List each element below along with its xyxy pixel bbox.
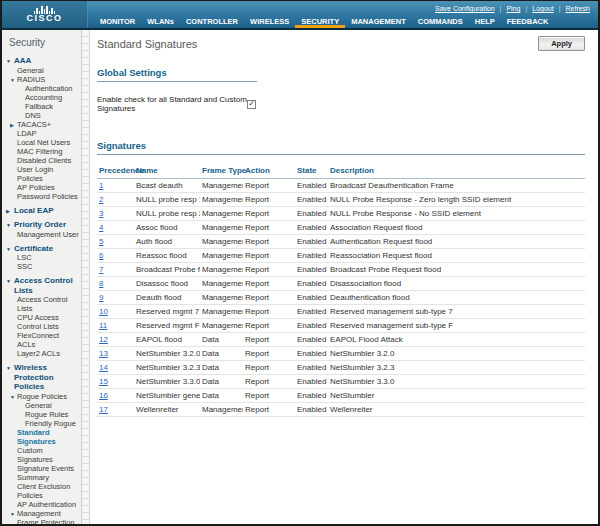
sidebar-item-ap-policies[interactable]: AP Policies (2, 183, 80, 192)
sidebar-item-lsc[interactable]: LSC (2, 253, 80, 262)
cell-frame-type: Management (200, 403, 243, 417)
cell-action: Report (243, 249, 295, 263)
sidebar-item-label: Management User (17, 230, 79, 239)
precedence-link[interactable]: 5 (99, 237, 103, 246)
utility-link-save-configuration[interactable]: Save Configuration (435, 5, 495, 12)
sidebar-item-management-user[interactable]: Management User (2, 230, 80, 239)
sidebar-item-rogue-rules[interactable]: Rogue Rules (2, 410, 80, 419)
enable-signature-checkbox[interactable]: ✓ (247, 100, 256, 109)
cell-frame-type: Data (200, 375, 243, 389)
sidebar-item-label: Signature Events (17, 464, 74, 473)
utility-link-refresh[interactable]: Refresh (565, 5, 590, 12)
precedence-link[interactable]: 17 (99, 405, 108, 414)
sidebar-item-authentication[interactable]: Authentication (2, 84, 80, 93)
cell-frame-type: Management (200, 319, 243, 333)
precedence-link[interactable]: 12 (99, 335, 108, 344)
sidebar-item-wireless-protection-policies[interactable]: ▼Wireless Protection Policies (2, 363, 80, 392)
utility-link-logout[interactable]: Logout (532, 5, 553, 12)
nav-monitor[interactable]: MONITOR (94, 14, 141, 28)
nav-feedback[interactable]: FEEDBACK (501, 14, 555, 28)
sidebar-item-label: General (17, 66, 44, 75)
signatures-table: PrecedenceNameFrame TypeActionStateDescr… (97, 164, 585, 417)
apply-button[interactable]: Apply (538, 36, 585, 51)
sidebar-item-management-frame-protection[interactable]: ▼Management Frame Protection (2, 509, 80, 525)
sidebar-item-layer2-acls[interactable]: Layer2 ACLs (2, 349, 80, 358)
sidebar-item-accounting[interactable]: Accounting (2, 93, 80, 102)
sidebar-item-custom-signatures[interactable]: Custom Signatures (2, 446, 80, 464)
cell-precedence: 12 (97, 333, 134, 347)
sidebar-item-signature-events[interactable]: Signature Events (2, 464, 80, 473)
sidebar-item-tacacs[interactable]: ▶TACACS+ (2, 120, 80, 129)
sidebar-item-general[interactable]: General (2, 401, 80, 410)
precedence-link[interactable]: 3 (99, 209, 103, 218)
sidebar-item-local-net-users[interactable]: Local Net Users (2, 138, 80, 147)
nav-management[interactable]: MANAGEMENT (345, 14, 412, 28)
nav-commands[interactable]: COMMANDS (412, 14, 469, 28)
nav-security[interactable]: SECURITY (295, 14, 345, 28)
sidebar-item-rogue-policies[interactable]: ▼Rogue Policies (2, 392, 80, 401)
body-row: Security ▼AAAGeneral▼RADIUSAuthenticatio… (2, 30, 598, 524)
nav-controller[interactable]: CONTROLLER (180, 14, 244, 28)
cell-precedence: 6 (97, 249, 134, 263)
sidebar-item-ssc[interactable]: SSC (2, 262, 80, 271)
sidebar-item-radius[interactable]: ▼RADIUS (2, 75, 80, 84)
sidebar-item-dns[interactable]: DNS (2, 111, 80, 120)
utility-link-ping[interactable]: Ping (506, 5, 520, 12)
top-header: CISCO Save Configuration|Ping|Logout|Ref… (2, 1, 598, 30)
nav-wlans[interactable]: WLANs (141, 14, 180, 28)
sidebar-item-password-policies[interactable]: Password Policies (2, 192, 80, 201)
cell-description: NetStumbler (328, 389, 585, 403)
sidebar-item-label: Fallback (25, 102, 53, 111)
sidebar-item-ap-authentication[interactable]: AP Authentication (2, 500, 80, 509)
sidebar-item-flexconnect-acls[interactable]: FlexConnect ACLs (2, 331, 80, 349)
sidebar-item-friendly-rogue[interactable]: Friendly Rogue (2, 419, 80, 428)
cell-name: NetStumbler 3.2.0 (134, 347, 200, 361)
precedence-link[interactable]: 10 (99, 307, 108, 316)
precedence-link[interactable]: 8 (99, 279, 103, 288)
precedence-link[interactable]: 14 (99, 363, 108, 372)
sidebar-item-client-exclusion-policies[interactable]: Client Exclusion Policies (2, 482, 80, 500)
precedence-link[interactable]: 13 (99, 349, 108, 358)
precedence-link[interactable]: 7 (99, 265, 103, 274)
nav-wireless[interactable]: WIRELESS (244, 14, 295, 28)
sidebar-item-priority-order[interactable]: ▼Priority Order (2, 220, 80, 230)
cisco-logo: CISCO (2, 1, 88, 28)
precedence-link[interactable]: 15 (99, 377, 108, 386)
precedence-link[interactable]: 2 (99, 195, 103, 204)
cell-frame-type: Management (200, 193, 243, 207)
cell-name: NetStumbler 3.3.0 (134, 375, 200, 389)
sidebar-item-mac-filtering[interactable]: MAC Filtering (2, 147, 80, 156)
sidebar-item-label: TACACS+ (17, 120, 51, 129)
sidebar-item-general[interactable]: General (2, 66, 80, 75)
sidebar-item-fallback[interactable]: Fallback (2, 102, 80, 111)
sidebar-item-standard-signatures[interactable]: Standard Signatures (2, 428, 80, 446)
cell-name: Auth flood (134, 235, 200, 249)
sidebar-item-user-login-policies[interactable]: User Login Policies (2, 165, 80, 183)
precedence-link[interactable]: 11 (99, 321, 107, 330)
precedence-link[interactable]: 9 (99, 293, 103, 302)
precedence-link[interactable]: 4 (99, 223, 103, 232)
sidebar-item-label: Client Exclusion Policies (17, 482, 70, 500)
precedence-link[interactable]: 16 (99, 391, 108, 400)
cell-precedence: 10 (97, 305, 134, 319)
cell-description: NULL Probe Response - No SSID element (328, 207, 585, 221)
sidebar-item-certificate[interactable]: ▼Certificate (2, 244, 80, 254)
precedence-link[interactable]: 1 (99, 181, 103, 190)
sidebar-scrollbar[interactable] (81, 30, 90, 524)
chevron-down-icon: ▼ (6, 364, 11, 374)
sidebar-item-cpu-access-control-lists[interactable]: CPU Access Control Lists (2, 313, 80, 331)
sidebar-item-ldap[interactable]: LDAP (2, 129, 80, 138)
sidebar-item-summary[interactable]: Summary (2, 473, 80, 482)
column-header-action: Action (243, 164, 295, 179)
sidebar-item-aaa[interactable]: ▼AAA (2, 56, 80, 66)
sidebar-title: Security (9, 37, 80, 48)
nav-help[interactable]: HELP (469, 14, 501, 28)
sidebar-item-disabled-clients[interactable]: Disabled Clients (2, 156, 80, 165)
sidebar-item-local-eap[interactable]: ▶Local EAP (2, 206, 80, 216)
cell-name: Bcast deauth (134, 179, 200, 193)
sidebar-item-access-control-lists[interactable]: Access Control Lists (2, 295, 80, 313)
cell-name: Assoc flood (134, 221, 200, 235)
sidebar-item-access-control-lists[interactable]: ▼Access Control Lists (2, 276, 80, 295)
precedence-link[interactable]: 6 (99, 251, 103, 260)
sidebar-item-label: User Login Policies (17, 165, 53, 183)
